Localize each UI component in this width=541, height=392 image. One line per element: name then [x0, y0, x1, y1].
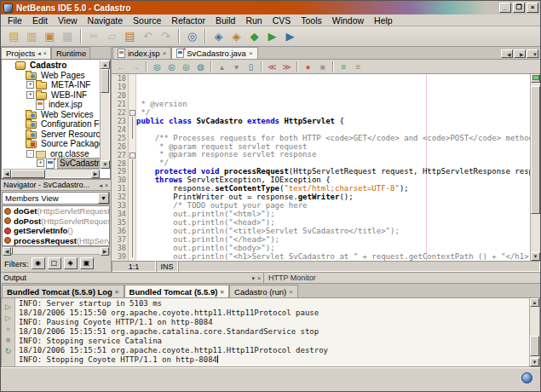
code-editor[interactable]: 1819202122232425262728293031323334353637… [112, 74, 540, 261]
panel-tab-projects[interactable]: Projects◂× [1, 47, 51, 59]
forward-icon[interactable] [129, 61, 142, 72]
title-bar[interactable]: NetBeans IDE 5.0 - Cadastro _ ❐ × [1, 1, 540, 14]
menu-window[interactable]: Window [327, 15, 369, 26]
highlight-icon[interactable] [194, 61, 207, 72]
tab-close-icon[interactable]: × [249, 49, 253, 57]
chevron-down-icon[interactable]: ▼ [98, 193, 109, 204]
new-project-icon[interactable] [24, 28, 40, 44]
restore-button[interactable]: ❐ [513, 3, 525, 13]
run-main-project-icon[interactable] [246, 28, 262, 44]
scroll-right-icon[interactable]: ▶ [91, 170, 100, 178]
menu-file[interactable]: File [3, 15, 27, 26]
tab-scroll-right-icon[interactable]: ▶ [514, 49, 526, 58]
macstop-icon[interactable] [316, 61, 329, 72]
rerun-debug-button[interactable] [3, 313, 14, 323]
tab-close-icon[interactable]: × [220, 288, 224, 296]
editor-tab-svcadastro.java[interactable]: *SvCadastro.java× [171, 47, 257, 59]
menu-help[interactable]: Help [369, 15, 398, 26]
tree-row[interactable]: index.jsp [3, 100, 100, 110]
member-row[interactable]: getServletInfo() [3, 226, 109, 236]
output-minimize-icon[interactable]: ▾ [251, 275, 255, 281]
menu-run[interactable]: Run [240, 15, 267, 26]
tab-list-icon[interactable]: ▼ [527, 49, 538, 58]
http-monitor-title[interactable]: HTTP Monitor [263, 273, 540, 284]
bookmark-icon[interactable] [245, 61, 257, 72]
clean-build-main-project-icon[interactable] [228, 28, 245, 44]
findsel-icon[interactable] [151, 61, 164, 72]
code-text[interactable]: * @version */public class SvCadastro ext… [136, 74, 530, 261]
run-file-icon[interactable] [264, 28, 280, 44]
tree-row[interactable]: Web Pages [3, 71, 100, 81]
panel-minimize-icon[interactable]: ◂ [37, 50, 41, 56]
member-row[interactable]: doGet(HttpServletRequest requ [3, 206, 109, 216]
bmprev-icon[interactable] [216, 61, 228, 72]
minimize-button[interactable]: _ [499, 3, 511, 13]
menu-edit[interactable]: Edit [27, 15, 53, 26]
projects-vertical-scrollbar[interactable]: ▲ ▼ [100, 61, 109, 169]
shiftr-icon[interactable] [280, 61, 293, 72]
tab-close-icon[interactable]: × [163, 49, 167, 57]
output-tab[interactable]: Bundled Tomcat (5.5.9)× [124, 285, 229, 297]
editor-tab-index.jsp[interactable]: index.jsp× [112, 47, 171, 59]
menu-navigate[interactable]: Navigate [83, 15, 128, 26]
bmnext-icon[interactable] [230, 61, 243, 72]
menu-build[interactable]: Build [210, 15, 240, 26]
code-fold-column[interactable]: -- [129, 74, 136, 261]
new-file-icon[interactable] [6, 28, 22, 44]
scroll-down-icon[interactable]: ▼ [531, 252, 540, 261]
panel-tab-runtime[interactable]: Runtime [51, 47, 90, 59]
menu-refactor[interactable]: Refactor [166, 15, 210, 26]
tree-row[interactable]: Web Services [3, 110, 100, 120]
tree-row[interactable]: Cadastro [3, 61, 100, 71]
findprev-icon[interactable] [180, 61, 193, 72]
comment-icon[interactable] [337, 61, 350, 72]
menu-cvs[interactable]: CVS [268, 15, 296, 26]
uncomment-icon[interactable] [352, 61, 365, 72]
fold-collapse-icon[interactable]: - [129, 153, 135, 159]
output-close-icon[interactable]: × [257, 275, 261, 281]
scroll-down-icon[interactable]: ▼ [530, 358, 539, 366]
log-area[interactable]: INFO: Find registry server-registry.xml … [15, 298, 529, 366]
debug-main-project-icon[interactable] [282, 28, 298, 44]
tree-row[interactable]: +WEB-INF [3, 90, 100, 101]
show-inherited-members-filter-icon[interactable]: ◉ [32, 257, 45, 269]
tree-row[interactable]: +*SvCadastro.java [3, 159, 100, 169]
fold-collapse-icon[interactable]: - [129, 110, 135, 116]
panel-close-icon[interactable]: × [43, 50, 47, 56]
scroll-up-icon[interactable]: ▲ [530, 298, 539, 307]
member-row[interactable]: doPost(HttpServletRequest req [3, 216, 109, 227]
shiftl-icon[interactable] [266, 61, 279, 72]
expand-icon[interactable]: + [26, 81, 34, 89]
find-icon[interactable] [184, 28, 200, 44]
paste-icon[interactable] [122, 28, 138, 44]
code-line[interactable]: * @param response servlet response [136, 151, 530, 159]
collapse-icon[interactable]: - [26, 150, 34, 158]
navigator-horizontal-scrollbar[interactable]: ◀ ▶ [2, 246, 110, 255]
expand-icon[interactable]: + [37, 159, 44, 167]
show-fields-filter-icon[interactable]: □ [48, 257, 61, 269]
code-line[interactable]: * @version [136, 101, 530, 109]
output-vertical-scrollbar[interactable]: ▲ ▼ [529, 298, 539, 366]
run-again-button[interactable] [3, 324, 14, 334]
tree-row[interactable]: +META-INF [3, 80, 100, 90]
menu-tools[interactable]: Tools [296, 15, 327, 26]
editor-vertical-scrollbar[interactable]: ▲ ▼ [530, 74, 540, 261]
scroll-up-icon[interactable]: ▲ [101, 61, 110, 69]
expand-icon[interactable]: + [26, 91, 34, 99]
show-static-members-filter-icon[interactable]: ◈ [64, 257, 78, 269]
tree-row[interactable]: Source Packages [3, 139, 100, 149]
tree-row[interactable]: Configuration Files [3, 119, 100, 130]
macrec-icon[interactable] [302, 61, 314, 72]
menu-source[interactable]: Source [128, 15, 166, 26]
navigator-close-icon[interactable]: × [105, 182, 108, 188]
tab-close-icon[interactable]: × [289, 288, 293, 296]
member-row[interactable]: processRequest(HttpServletRe [3, 236, 109, 246]
back-icon[interactable] [115, 61, 128, 72]
menu-view[interactable]: View [53, 15, 83, 26]
projects-horizontal-scrollbar[interactable]: ◀ ▶ [3, 169, 100, 177]
rerun-button[interactable] [3, 302, 14, 312]
tab-close-icon[interactable]: × [115, 288, 119, 296]
output-tab[interactable]: Cadastro (run)× [229, 285, 298, 297]
code-line[interactable]: out.println("<h1>Servlet SvCadastro at "… [136, 253, 530, 261]
code-line[interactable]: public class SvCadastro extends HttpServ… [136, 118, 530, 126]
